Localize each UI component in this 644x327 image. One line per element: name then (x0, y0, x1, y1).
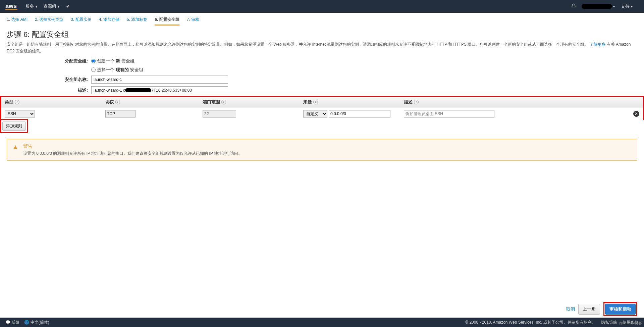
col-port-label: 端口范围 (203, 99, 220, 105)
desc-redacted (125, 88, 151, 92)
sg-desc-input[interactable]: launch-wizard-1 c7T16:25:48.533+08:00 (91, 86, 228, 94)
tab-instance-type[interactable]: 2. 选择实例类型 (35, 17, 63, 26)
warning-text: 设置为 0.0.0.0/0 的源规则允许所有 IP 地址访问您的接口。我们建议将… (23, 151, 242, 156)
tab-security-group[interactable]: 6. 配置安全组 (155, 17, 179, 26)
rule-type-select[interactable]: SSH (5, 110, 35, 118)
tab-review[interactable]: 7. 审核 (187, 17, 199, 26)
sg-desc-label: 描述: (7, 87, 91, 93)
info-icon[interactable]: i (313, 100, 318, 104)
chevron-down-icon: ▾ (631, 5, 633, 8)
warning-panel: ▲ 警告 设置为 0.0.0.0/0 的源规则允许所有 IP 地址访问您的接口。… (7, 139, 637, 161)
rules-table-highlight: 类型i 协议i 端口范围i 来源i 描述i SSH 自定义 ✕ (0, 96, 644, 120)
warning-icon: ▲ (12, 143, 18, 150)
rule-protocol-input (105, 110, 136, 118)
remove-rule-icon[interactable]: ✕ (633, 111, 639, 117)
col-protocol-label: 协议 (105, 99, 114, 105)
col-type-label: 类型 (5, 99, 13, 105)
sg-name-label: 安全组名称: (7, 77, 91, 83)
info-icon[interactable]: i (414, 100, 419, 104)
rule-port-input (203, 110, 236, 118)
add-rule-button[interactable]: 添加规则 (2, 122, 26, 131)
tab-add-storage[interactable]: 4. 添加存储 (99, 17, 119, 26)
warning-title: 警告 (23, 143, 242, 149)
info-icon[interactable]: i (221, 100, 226, 104)
menu-resource-groups[interactable]: 资源组▾ (43, 3, 59, 9)
rules-header-row: 类型i 协议i 端口范围i 来源i 描述i (1, 97, 643, 107)
aws-logo[interactable]: aws (5, 3, 17, 10)
info-icon[interactable]: i (15, 100, 19, 104)
radio-create-new-input[interactable] (91, 59, 96, 63)
radio-select-existing-input[interactable] (91, 67, 96, 72)
col-desc-label: 描述 (404, 99, 413, 105)
radio-create-new[interactable]: 创建一个新安全组 (91, 58, 135, 64)
pin-icon[interactable] (65, 4, 70, 9)
radio-select-existing[interactable]: 选择一个现有的安全组 (91, 67, 143, 73)
sg-name-input[interactable] (91, 76, 228, 84)
chevron-down-icon: ▾ (613, 5, 615, 8)
page-description: 安全组是一组防火墙规则，用于控制针对您的实例的流量。在此页面上，您可以添加规则来… (7, 41, 637, 55)
notifications-icon[interactable] (571, 3, 576, 10)
menu-services[interactable]: 服务▾ (25, 3, 37, 9)
tab-add-tags[interactable]: 5. 添加标签 (127, 17, 147, 26)
top-nav-bar: aws 服务▾ 资源组▾ ▾ 支持▾ (0, 0, 644, 13)
chevron-down-icon: ▾ (36, 5, 37, 8)
menu-support[interactable]: 支持▾ (621, 3, 633, 9)
rule-desc-input[interactable] (404, 110, 494, 118)
chevron-down-icon: ▾ (58, 5, 59, 8)
col-source-label: 来源 (303, 99, 312, 105)
assign-sg-label: 分配安全组: (7, 58, 91, 64)
learn-more-link[interactable]: 了解更多 (590, 42, 606, 47)
rule-source-select[interactable]: 自定义 (303, 110, 327, 118)
rule-cidr-input[interactable] (329, 110, 390, 118)
tab-choose-ami[interactable]: 1. 选择 AMI (7, 17, 28, 26)
account-name-redacted (582, 4, 612, 9)
tab-configure-instance[interactable]: 3. 配置实例 (71, 17, 91, 26)
page-title: 步骤 6: 配置安全组 (7, 30, 637, 40)
rule-row: SSH 自定义 ✕ (1, 107, 643, 120)
account-menu[interactable]: ▾ (582, 4, 615, 9)
add-rule-highlight: 添加规则 (0, 119, 28, 133)
info-icon[interactable]: i (115, 100, 120, 104)
wizard-steps: 1. 选择 AMI 2. 选择实例类型 3. 配置实例 4. 添加存储 5. 添… (0, 13, 644, 28)
